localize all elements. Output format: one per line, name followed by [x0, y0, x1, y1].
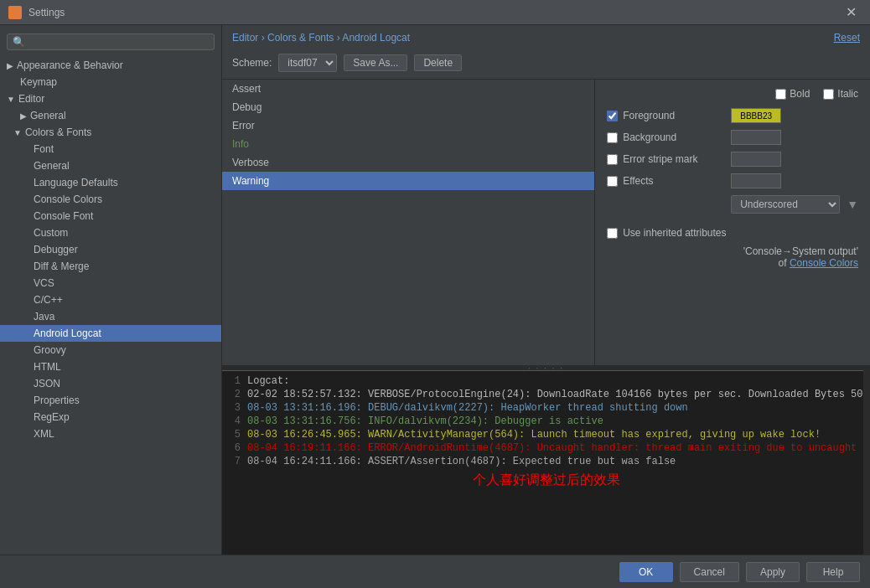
search-input[interactable] [28, 36, 209, 48]
sidebar-item-colors-fonts[interactable]: ▼ Colors & Fonts [0, 124, 221, 141]
list-item-assert[interactable]: Assert [222, 80, 594, 98]
sidebar-item-cpp[interactable]: C/C++ [0, 291, 221, 308]
log-line: 7 08-04 16:24:11.166: ASSERT/Assertion(4… [229, 455, 863, 468]
list-item-label: Warning [232, 175, 269, 187]
sidebar-item-label: Debugger [34, 244, 78, 255]
background-checkbox[interactable] [607, 132, 618, 143]
background-label: Background [607, 132, 724, 143]
error-stripe-text: Error stripe mark [623, 153, 697, 165]
list-item-label: Debug [232, 101, 262, 113]
sidebar-item-appearance[interactable]: ▶ Appearance & Behavior [0, 57, 221, 74]
inherited-row: Use inherited attributes [607, 227, 858, 239]
close-button[interactable]: ✕ [841, 3, 862, 22]
sidebar-item-console-font[interactable]: Console Font [0, 208, 221, 224]
bold-option: Bold [775, 88, 810, 100]
sidebar-item-label: Language Defaults [34, 177, 118, 188]
sidebar-item-groovy[interactable]: Groovy [0, 342, 221, 358]
help-button[interactable]: Help [806, 562, 860, 582]
log-line-text: 08-03 16:26:45.965: WARN/ActivityManager… [247, 429, 821, 441]
search-icon: 🔍 [13, 36, 25, 48]
sidebar-item-label: JSON [34, 378, 60, 389]
arrow-icon: ▼ [13, 128, 22, 137]
sidebar-item-label: Custom [34, 227, 68, 239]
foreground-checkbox[interactable] [607, 111, 618, 121]
sidebar-item-html[interactable]: HTML [0, 358, 221, 375]
console-note-text: 'Console→System output' [743, 245, 858, 257]
preview-note: 个人喜好调整过后的效果 [229, 472, 863, 489]
effects-dropdown-arrow[interactable]: ▼ [847, 198, 858, 211]
scheme-select[interactable]: itsdf07 [278, 54, 337, 72]
console-note: 'Console→System output' of Console Color… [607, 245, 858, 269]
save-as-button[interactable]: Save As... [344, 54, 407, 71]
error-stripe-label: Error stripe mark [607, 153, 724, 165]
bottom-bar: OK Cancel Apply Help [0, 554, 870, 588]
delete-button[interactable]: Delete [414, 54, 462, 71]
foreground-color-swatch[interactable]: BBBB23 [731, 108, 781, 123]
log-line-text: 02-02 18:52:57.132: VERBOSE/ProtocolEngi… [247, 389, 863, 400]
sidebar-item-properties[interactable]: Properties [0, 392, 221, 409]
sidebar-item-label: Colors & Fonts [25, 126, 91, 138]
bold-checkbox[interactable] [775, 89, 786, 100]
error-stripe-color-swatch[interactable] [731, 152, 781, 167]
bold-italic-row: Bold Italic [607, 88, 858, 100]
sidebar-item-label: Java [34, 311, 54, 322]
scheme-row: Scheme: itsdf07 Save As... Delete [222, 50, 870, 79]
list-item-info[interactable]: Info [222, 135, 594, 153]
sidebar-item-label: RegExp [34, 411, 70, 423]
color-settings: Bold Italic Foreground BBBB23 [595, 80, 870, 365]
foreground-row: Foreground BBBB23 [607, 108, 858, 123]
preview-scrollbar[interactable] [863, 370, 870, 554]
sidebar-item-label: General [30, 110, 66, 121]
sidebar-item-custom[interactable]: Custom [0, 224, 221, 241]
cancel-button[interactable]: Cancel [680, 562, 739, 582]
log-line-text: Logcat: [247, 375, 289, 387]
effects-color-swatch[interactable] [731, 173, 781, 188]
error-stripe-checkbox[interactable] [607, 154, 618, 165]
list-item-warning[interactable]: Warning [222, 172, 594, 190]
foreground-text: Foreground [623, 110, 675, 121]
list-item-verbose[interactable]: Verbose [222, 153, 594, 172]
sidebar-item-font[interactable]: Font [0, 141, 221, 157]
sidebar-item-diff-merge[interactable]: Diff & Merge [0, 258, 221, 275]
sidebar-item-regexp[interactable]: RegExp [0, 409, 221, 426]
console-colors-link[interactable]: Console Colors [790, 257, 858, 269]
preview-area: 1 Logcat: 2 02-02 18:52:57.132: VERBOSE/… [222, 370, 870, 554]
title-bar: Settings ✕ [0, 0, 870, 25]
colors-panel: Assert Debug Error Info Verbose Warning [222, 79, 870, 365]
sidebar-item-xml[interactable]: XML [0, 426, 221, 442]
sidebar-item-label: Android Logcat [34, 328, 101, 339]
sidebar-item-label: Properties [34, 395, 80, 406]
sidebar-item-language-defaults[interactable]: Language Defaults [0, 174, 221, 191]
sidebar-item-keymap[interactable]: Keymap [0, 74, 221, 90]
list-item-debug[interactable]: Debug [222, 98, 594, 116]
log-line: 1 Logcat: [229, 374, 863, 388]
effects-checkbox[interactable] [607, 176, 618, 187]
foreground-label: Foreground [607, 110, 724, 121]
log-line: 6 08-04 16:19:11.166: ERROR/AndroidRunti… [229, 441, 863, 455]
ok-button[interactable]: OK [619, 562, 673, 582]
log-line: 3 08-03 13:31:16.196: DEBUG/dalvikvm(222… [229, 401, 863, 415]
apply-button[interactable]: Apply [746, 562, 800, 582]
sidebar-item-json[interactable]: JSON [0, 375, 221, 392]
foreground-color-value: BBBB23 [740, 111, 772, 121]
italic-checkbox[interactable] [823, 89, 834, 100]
background-color-swatch[interactable] [731, 130, 781, 145]
sidebar-item-debugger[interactable]: Debugger [0, 241, 221, 258]
reset-button[interactable]: Reset [834, 32, 860, 44]
sidebar-item-editor[interactable]: ▼ Editor [0, 90, 221, 107]
sidebar-item-console-colors[interactable]: Console Colors [0, 191, 221, 208]
search-box[interactable]: 🔍 [7, 34, 215, 50]
italic-label: Italic [837, 88, 858, 100]
sidebar-item-general[interactable]: ▶ General [0, 107, 221, 124]
effects-dropdown[interactable]: Underscored [731, 195, 840, 214]
sidebar-item-general2[interactable]: General [0, 157, 221, 174]
italic-option: Italic [823, 88, 858, 100]
sidebar-item-java[interactable]: Java [0, 308, 221, 325]
sidebar-item-android-logcat[interactable]: Android Logcat [0, 325, 221, 342]
sidebar-item-vcs[interactable]: VCS [0, 275, 221, 291]
items-list: Assert Debug Error Info Verbose Warning [222, 80, 595, 365]
main-layout: 🔍 ▶ Appearance & Behavior Keymap ▼ Edito… [0, 25, 870, 554]
list-item-error[interactable]: Error [222, 116, 594, 135]
list-item-label: Assert [232, 83, 261, 95]
inherited-checkbox[interactable] [607, 228, 618, 239]
